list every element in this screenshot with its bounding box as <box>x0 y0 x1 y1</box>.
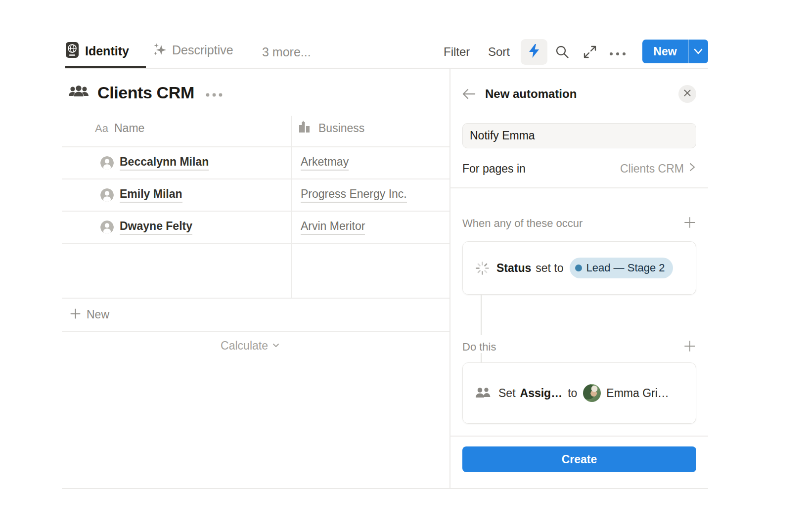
new-button[interactable]: New <box>642 40 708 63</box>
action-preposition: to <box>568 387 577 400</box>
database-title-row: Clients CRM <box>68 83 224 102</box>
lightning-bolt-icon <box>528 44 540 60</box>
panel-divider <box>449 69 450 488</box>
table-row[interactable]: Beccalynn Milan Arketmay <box>62 147 449 178</box>
create-button[interactable]: Create <box>462 446 696 472</box>
more-options-icon[interactable] <box>609 49 629 58</box>
tab-descriptive[interactable]: Descriptive <box>152 42 233 59</box>
table-row[interactable]: Dwayne Felty Arvin Meritor <box>62 211 449 243</box>
tab-identity-label: Identity <box>85 44 129 58</box>
cell-business[interactable]: Arvin Meritor <box>301 220 365 235</box>
cell-business[interactable]: Progress Energy Inc. <box>301 187 407 203</box>
chevron-right-icon <box>688 162 696 176</box>
status-option-pill: Lead — Stage 2 <box>570 258 673 278</box>
scope-selector[interactable]: Clients CRM <box>620 162 696 176</box>
notion-database-view: Identity Descriptive 3 more... Filter So… <box>0 0 808 532</box>
add-row-button[interactable]: New <box>62 298 449 331</box>
panel-title: New automation <box>485 87 577 101</box>
people-group-icon <box>68 84 89 102</box>
filter-button[interactable]: Filter <box>444 45 470 59</box>
trigger-card[interactable]: Status set to Lead — Stage 2 <box>462 241 696 295</box>
trigger-property: Status <box>496 262 531 275</box>
status-spinner-icon <box>475 261 490 276</box>
chevron-down-icon <box>271 340 281 352</box>
create-button-label: Create <box>562 453 597 466</box>
assignee-name: Emma Gri… <box>606 387 669 400</box>
scope-value: Clients CRM <box>620 162 684 176</box>
new-button-dropdown[interactable] <box>689 47 709 55</box>
scope-row: For pages in Clients CRM <box>462 162 696 176</box>
sort-button[interactable]: Sort <box>488 45 510 59</box>
row-divider <box>62 243 449 244</box>
scope-label: For pages in <box>462 162 526 176</box>
calculate-label: Calculate <box>221 339 268 353</box>
person-avatar-icon <box>100 156 114 170</box>
add-row-label: New <box>87 308 109 321</box>
person-avatar-icon <box>100 221 114 234</box>
add-action-icon[interactable] <box>683 340 696 355</box>
flow-connector <box>481 353 482 362</box>
action-section-header: Do this <box>462 340 696 355</box>
text-property-icon: Aa <box>95 122 108 135</box>
row-divider <box>62 331 449 332</box>
new-button-label: New <box>642 45 688 58</box>
close-button[interactable] <box>678 85 696 103</box>
column-header-business[interactable]: Business <box>318 122 364 135</box>
assignee-avatar <box>583 384 601 402</box>
table-row[interactable]: Emily Milan Progress Energy Inc. <box>62 179 449 211</box>
tab-identity[interactable]: Identity <box>65 42 129 60</box>
person-avatar-icon <box>100 188 114 202</box>
cell-name[interactable]: Dwayne Felty <box>120 220 192 235</box>
active-tab-underline <box>65 66 146 68</box>
trigger-section-header: When any of these occur <box>462 216 696 231</box>
close-icon <box>683 89 692 99</box>
trigger-verb: set to <box>536 262 563 275</box>
back-arrow-icon[interactable] <box>461 87 476 103</box>
expand-icon[interactable] <box>583 44 597 61</box>
status-option-label: Lead — Stage 2 <box>586 262 665 274</box>
view-bottom-divider <box>62 488 708 489</box>
building-icon <box>298 120 311 136</box>
tab-more[interactable]: 3 more... <box>262 45 311 59</box>
action-verb: Set <box>498 387 516 400</box>
column-header-name[interactable]: Name <box>114 122 144 135</box>
cell-name[interactable]: Emily Milan <box>120 187 182 203</box>
action-card[interactable]: Set Assig… to Emma Gri… <box>462 362 696 424</box>
action-section-label: Do this <box>462 341 496 354</box>
section-divider <box>449 187 708 188</box>
assignee-people-icon <box>475 386 492 400</box>
cell-business[interactable]: Arketmay <box>301 155 349 171</box>
database-options-icon[interactable] <box>206 90 224 99</box>
status-dot-icon <box>575 265 582 271</box>
database-title: Clients CRM <box>97 83 194 102</box>
sparkles-icon <box>152 42 167 59</box>
section-divider <box>449 436 708 437</box>
flow-connector <box>481 295 482 335</box>
tabbar-divider <box>65 68 708 69</box>
calculate-dropdown[interactable]: Calculate <box>62 339 281 353</box>
plus-icon <box>69 308 82 322</box>
passport-icon <box>65 42 79 60</box>
trigger-section-label: When any of these occur <box>462 217 583 230</box>
search-icon[interactable] <box>555 44 570 61</box>
automations-button[interactable] <box>521 39 547 65</box>
tab-descriptive-label: Descriptive <box>172 43 233 57</box>
action-property: Assig… <box>520 387 563 400</box>
add-trigger-icon[interactable] <box>683 216 696 231</box>
automation-name-input[interactable] <box>462 123 696 148</box>
cell-name[interactable]: Beccalynn Milan <box>120 155 209 171</box>
